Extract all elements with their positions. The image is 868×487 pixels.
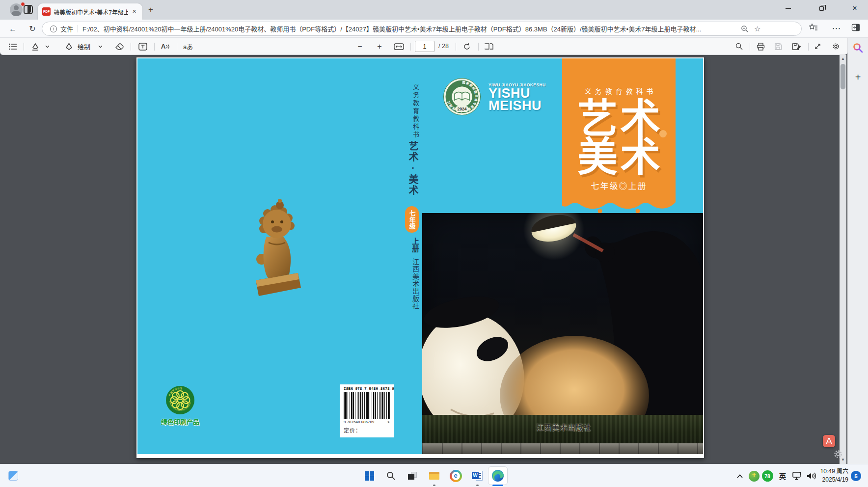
file-explorer-icon[interactable] bbox=[425, 467, 443, 485]
divider bbox=[131, 43, 131, 51]
window-restore-button[interactable] bbox=[810, 0, 833, 17]
window-minimize-button[interactable] bbox=[777, 0, 799, 17]
highlighter-dropdown-chevron-icon[interactable] bbox=[43, 41, 51, 52]
divider bbox=[808, 43, 809, 51]
cover-title-line1: 艺术 bbox=[562, 99, 676, 139]
shield-360-glyph bbox=[749, 471, 760, 482]
refresh-icon[interactable]: ↻ bbox=[27, 23, 38, 35]
draw-pen-icon[interactable] bbox=[63, 41, 75, 52]
lion-figurine-image bbox=[252, 199, 302, 296]
cover-grade-text: 七年级◎上册 bbox=[562, 179, 676, 191]
address-bar-row: ← ↻ i 文件 F:/02、初中资料/24001%20初中一年级上册/2400… bbox=[0, 20, 868, 38]
table-of-contents-icon[interactable] bbox=[7, 41, 19, 52]
eraser-icon[interactable] bbox=[113, 41, 126, 52]
print-icon[interactable] bbox=[754, 41, 767, 52]
isbn-text: ISBN 978-7-5480-8678-9 bbox=[344, 387, 390, 391]
clock-date: 2025/4/19 bbox=[818, 476, 848, 484]
read-aloud-letter: A bbox=[161, 43, 166, 50]
taskbar-corner-icon[interactable] bbox=[8, 471, 18, 481]
read-aloud-icon[interactable]: A bbox=[158, 41, 173, 52]
zoom-out-button[interactable]: − bbox=[354, 41, 365, 52]
url-text[interactable]: F:/02、初中资料/24001%20初中一年级上册/24001%20电子教材、… bbox=[82, 24, 735, 33]
window-close-button[interactable]: × bbox=[843, 0, 866, 17]
divider bbox=[24, 43, 24, 51]
cover-title-line2: 美术 bbox=[562, 137, 676, 177]
edge-taskbar-icon[interactable] bbox=[488, 466, 508, 485]
highlighter-icon[interactable] bbox=[29, 41, 41, 52]
tray-expand-chevron-icon[interactable] bbox=[733, 464, 746, 487]
barcode-bars bbox=[344, 392, 390, 419]
volume-icon[interactable] bbox=[804, 464, 818, 487]
isbn-barcode-box: ISBN 978-7-5480-8678-9 9 787548 086789 >… bbox=[340, 384, 394, 437]
approval-seal: 国家教材委员会专家委员会审核通过 2024 bbox=[443, 78, 481, 116]
task-view-icon[interactable] bbox=[404, 467, 421, 485]
input-language-indicator[interactable]: 英 bbox=[777, 464, 788, 487]
sidebar-add-icon[interactable]: + bbox=[852, 71, 864, 83]
rotate-icon[interactable] bbox=[461, 41, 473, 52]
zoom-out-icon[interactable] bbox=[741, 25, 749, 33]
spine-grade-badge: 七年级 bbox=[405, 206, 419, 233]
network-display-icon[interactable] bbox=[790, 464, 804, 487]
barcode-tail: > bbox=[387, 420, 390, 424]
word-glyph: W bbox=[472, 471, 483, 481]
running-indicator-dot bbox=[433, 485, 435, 486]
save-as-icon[interactable] bbox=[789, 41, 803, 52]
pdf-file-icon: PDF bbox=[42, 7, 51, 16]
zoom-in-button[interactable]: + bbox=[374, 41, 385, 52]
acrobat-extension-icon[interactable] bbox=[823, 435, 835, 447]
active-app-indicator bbox=[492, 485, 503, 486]
workspaces-icon[interactable] bbox=[24, 5, 33, 14]
browser-menu-icon[interactable]: ⋯ bbox=[831, 23, 842, 35]
back-icon[interactable]: ← bbox=[7, 23, 19, 35]
vertical-scrollbar[interactable] bbox=[840, 55, 846, 464]
spine-volume-text: 上册 bbox=[404, 235, 420, 255]
divider bbox=[410, 43, 411, 51]
pinyin-title-block: YIWU JIAOYU JIAOKESHU YISHU MEISHU bbox=[488, 82, 557, 112]
page-view-icon[interactable] bbox=[482, 41, 496, 52]
pdf-page[interactable]: 义务教育教科书 艺术·美术 七年级 上册 江西美术出版社 国家教材委员会专家委员… bbox=[136, 57, 704, 458]
panda-sculpture-photo: 江西美术出版社 bbox=[422, 213, 703, 454]
page-number-input[interactable] bbox=[415, 41, 434, 52]
scrollbar-thumb[interactable] bbox=[841, 64, 845, 89]
pdf-search-icon[interactable] bbox=[732, 41, 745, 52]
add-text-icon[interactable] bbox=[136, 41, 149, 52]
panel-wave-edge bbox=[562, 197, 676, 215]
floating-settings-gear-icon[interactable] bbox=[833, 449, 843, 459]
fit-to-width-icon[interactable] bbox=[392, 41, 406, 52]
taskbar-search-icon[interactable] bbox=[382, 467, 400, 485]
start-button[interactable] bbox=[360, 467, 378, 485]
browser-360-icon[interactable]: e bbox=[447, 467, 464, 485]
score-circle: 78 bbox=[762, 470, 773, 482]
save-icon bbox=[772, 41, 785, 52]
tab-close-icon[interactable]: × bbox=[130, 7, 138, 16]
address-bar[interactable]: i 文件 F:/02、初中资料/24001%20初中一年级上册/24001%20… bbox=[42, 22, 802, 36]
windows-taskbar: e W 78 英 10 bbox=[0, 464, 868, 487]
barcode-digits: 9 787548 086789 bbox=[344, 420, 374, 424]
cover-series-text: 义务教育教科书 bbox=[562, 86, 676, 96]
new-tab-button[interactable]: + bbox=[146, 5, 155, 14]
translate-icon[interactable]: aあ bbox=[181, 41, 195, 52]
draw-dropdown-chevron-icon[interactable] bbox=[96, 41, 104, 52]
draw-label[interactable]: 绘制 bbox=[76, 41, 92, 52]
page-info-icon[interactable]: i bbox=[50, 26, 57, 32]
battery-score-tray-icon[interactable]: 78 bbox=[760, 464, 774, 487]
seal-year-text: 2024 bbox=[458, 107, 467, 111]
taskbar-clock[interactable]: 10:49 周六 2025/4/19 bbox=[818, 467, 848, 484]
word-icon[interactable]: W bbox=[468, 467, 486, 485]
fullscreen-icon[interactable] bbox=[811, 41, 824, 52]
spine-title-text: 艺术·美术 bbox=[404, 137, 420, 200]
favorite-star-icon[interactable]: ☆ bbox=[754, 25, 760, 33]
scrollbar-up-arrow-icon[interactable]: ▲ bbox=[840, 55, 846, 62]
split-screen-icon[interactable] bbox=[851, 23, 863, 35]
stone-curb bbox=[422, 443, 703, 454]
sidebar-search-icon[interactable] bbox=[853, 43, 863, 53]
notification-count-badge[interactable]: 5 bbox=[851, 471, 861, 481]
collections-icon[interactable] bbox=[809, 23, 821, 35]
page-total-label: / 28 bbox=[438, 43, 449, 50]
edge-sidebar-rail: + bbox=[847, 38, 868, 464]
pdf-settings-gear-icon[interactable] bbox=[829, 41, 842, 52]
security-360-tray-icon[interactable] bbox=[748, 464, 760, 487]
pinyin-meishu-text: MEISHU bbox=[488, 100, 557, 112]
edge-logo-icon bbox=[491, 469, 504, 482]
browser-tab[interactable]: PDF 赣美版初中艺术•美术7年级上册电 × bbox=[38, 3, 142, 20]
